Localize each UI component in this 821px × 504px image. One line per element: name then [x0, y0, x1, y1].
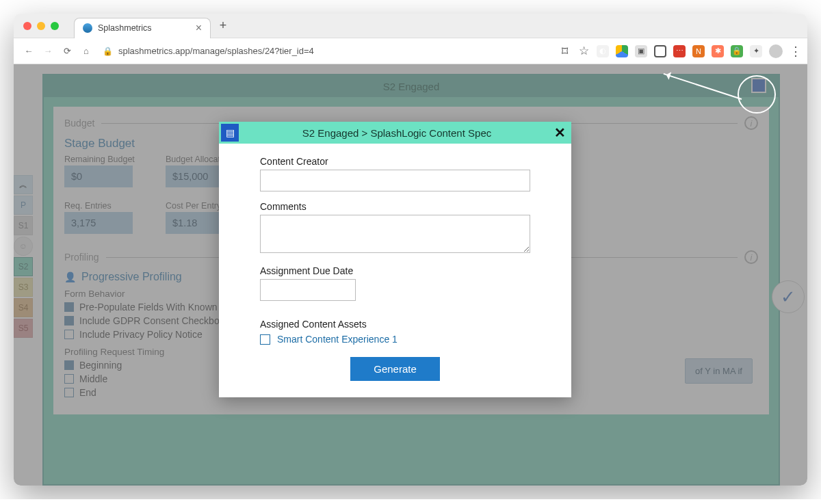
extension-icon-1[interactable]: ◐ [597, 45, 609, 57]
due-date-label: Assignment Due Date [260, 265, 530, 276]
home-button[interactable]: ⌂ [77, 42, 96, 61]
minimize-window-icon[interactable] [37, 22, 45, 30]
comments-input[interactable] [260, 215, 530, 253]
callout-circle [738, 75, 776, 114]
frame-icon[interactable] [654, 45, 666, 57]
maximize-window-icon[interactable] [51, 22, 59, 30]
menu-icon[interactable]: ⋮ [790, 44, 802, 59]
tab-title: Splashmetrics [98, 23, 152, 33]
browser-tab-active[interactable]: Splashmetrics × [74, 18, 211, 38]
browser-window: Splashmetrics × + ← → ⟳ ⌂ 🔒 splashmetric… [14, 14, 807, 486]
extension-icon-green[interactable]: 🔒 [731, 45, 743, 57]
url-text: splashmetrics.app/manage/splashes/24?tie… [118, 46, 314, 56]
modal-title: S2 Engaged > SplashLogic Content Spec [246, 127, 548, 139]
browser-tabs: Splashmetrics × + [74, 14, 231, 38]
close-window-icon[interactable] [23, 22, 31, 30]
new-tab-button[interactable]: + [215, 18, 231, 34]
extensions-icon[interactable]: ✦ [750, 45, 762, 57]
due-date-input[interactable] [260, 279, 356, 301]
generate-button[interactable]: Generate [350, 357, 440, 381]
forward-button[interactable]: → [38, 42, 57, 61]
back-button[interactable]: ← [19, 42, 38, 61]
assets-label: Assigned Content Assets [260, 319, 530, 330]
favicon-icon [83, 23, 92, 33]
close-tab-icon[interactable]: × [196, 23, 202, 34]
toolbar-actions: ◐ ▣ ⋯ N ✱ 🔒 ✦ ⋮ [558, 44, 802, 59]
star-icon[interactable] [577, 45, 590, 57]
comments-label: Comments [260, 201, 530, 212]
address-bar[interactable]: 🔒 splashmetrics.app/manage/splashes/24?t… [103, 46, 551, 56]
profile-avatar[interactable] [769, 44, 783, 58]
lastpass-icon[interactable]: ⋯ [673, 45, 686, 57]
key-icon[interactable] [558, 45, 571, 57]
content-creator-input[interactable] [260, 170, 530, 191]
page-viewport: ︽ P S1 ☺ S2 S3 S4 S5 S2 Engaged [14, 64, 807, 486]
browser-toolbar: ← → ⟳ ⌂ 🔒 splashmetrics.app/manage/splas… [14, 38, 807, 64]
content-spec-modal: ▤ S2 Engaged > SplashLogic Content Spec … [219, 122, 571, 397]
modal-doc-icon: ▤ [221, 124, 239, 142]
modal-body: Content Creator Comments Assignment Due … [219, 144, 571, 385]
traffic-lights [23, 22, 59, 30]
hubspot-icon[interactable]: ✱ [712, 45, 724, 57]
modal-header: ▤ S2 Engaged > SplashLogic Content Spec … [219, 122, 571, 144]
loom-icon[interactable]: ▣ [635, 45, 647, 57]
content-creator-label: Content Creator [260, 156, 530, 167]
asset-link[interactable]: Smart Content Experience 1 [277, 334, 398, 345]
modal-close-button[interactable]: ✕ [548, 124, 571, 141]
extension-icon-orange[interactable]: N [692, 45, 705, 57]
reload-button[interactable]: ⟳ [57, 42, 77, 61]
lock-icon: 🔒 [103, 47, 113, 56]
asset-checkbox[interactable] [260, 334, 270, 345]
mac-titlebar: Splashmetrics × + [14, 14, 807, 38]
drive-icon[interactable] [616, 45, 628, 57]
asset-row: Smart Content Experience 1 [260, 334, 530, 345]
